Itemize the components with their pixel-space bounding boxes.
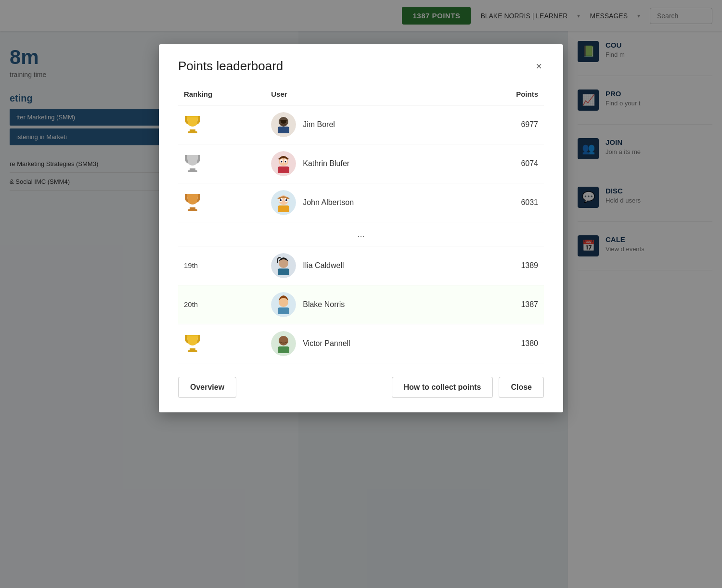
user-name: Blake Norris — [303, 300, 345, 309]
table-row: John Albertson6031 — [178, 183, 544, 222]
svg-point-33 — [279, 336, 288, 345]
user-info: Blake Norris — [271, 292, 465, 317]
svg-rect-10 — [278, 166, 289, 173]
ranking-cell — [178, 144, 265, 183]
svg-rect-26 — [278, 268, 289, 275]
svg-rect-34 — [278, 346, 289, 353]
avatar — [271, 151, 296, 176]
table-header-row: Ranking User Points — [178, 85, 544, 105]
table-row: Kathrin Blufer6074 — [178, 144, 544, 183]
close-button[interactable]: Close — [499, 377, 544, 398]
how-to-collect-points-button[interactable]: How to collect points — [392, 377, 493, 398]
points-value: 6031 — [471, 183, 544, 222]
svg-rect-29 — [278, 307, 289, 314]
table-row: Victor Pannell1380 — [178, 324, 544, 363]
points-value: 1387 — [471, 285, 544, 324]
points-value: 1389 — [471, 246, 544, 285]
points-value: 1380 — [471, 324, 544, 363]
user-name: John Albertson — [303, 198, 354, 207]
trophy-icon — [184, 153, 259, 174]
trophy-icon — [184, 192, 259, 213]
user-name: Victor Pannell — [303, 339, 350, 348]
modal-header: Points leaderboard × — [178, 59, 544, 74]
user-name: Jim Borel — [303, 120, 335, 129]
svg-point-13 — [281, 161, 283, 163]
ellipsis-cell: ... — [178, 222, 544, 246]
ranking-cell: 20th — [178, 285, 265, 324]
ranking-cell: 19th — [178, 246, 265, 285]
svg-rect-1 — [188, 131, 197, 133]
avatar — [271, 292, 296, 317]
footer-right-buttons: How to collect points Close — [392, 377, 544, 398]
modal-footer: Overview How to collect points Close — [178, 377, 544, 398]
user-info: Jim Borel — [271, 112, 465, 137]
modal-title: Points leaderboard — [178, 59, 283, 74]
ranking-number: 19th — [184, 261, 198, 269]
table-row: 20th Blake Norris1387 — [178, 285, 544, 324]
user-cell: Ilia Caldwell — [265, 246, 471, 285]
user-name: Kathrin Blufer — [303, 159, 349, 168]
overview-button[interactable]: Overview — [178, 377, 236, 398]
modal-close-button[interactable]: × — [534, 61, 544, 72]
user-name: Ilia Caldwell — [303, 261, 344, 270]
ranking-cell — [178, 183, 265, 222]
ranking-number: 20th — [184, 300, 198, 308]
user-cell: John Albertson — [265, 183, 471, 222]
col-user: User — [265, 85, 471, 105]
avatar — [271, 190, 296, 215]
user-cell: Victor Pannell — [265, 324, 471, 363]
points-value: 6977 — [471, 105, 544, 144]
leaderboard-table: Ranking User Points Jim Borel6977 — [178, 85, 544, 363]
user-info: John Albertson — [271, 190, 465, 215]
trophy-icon — [184, 333, 259, 354]
avatar — [271, 331, 296, 356]
user-cell: Jim Borel — [265, 105, 471, 144]
trophy-icon — [184, 114, 259, 135]
avatar — [271, 253, 296, 278]
table-row: ... — [178, 222, 544, 246]
points-value: 6074 — [471, 144, 544, 183]
ranking-cell — [178, 324, 265, 363]
user-info: Ilia Caldwell — [271, 253, 465, 278]
svg-point-23 — [285, 199, 287, 201]
user-cell: Kathrin Blufer — [265, 144, 471, 183]
user-info: Victor Pannell — [271, 331, 465, 356]
svg-rect-19 — [278, 205, 289, 212]
user-info: Kathrin Blufer — [271, 151, 465, 176]
col-points: Points — [471, 85, 544, 105]
col-ranking: Ranking — [178, 85, 265, 105]
user-cell: Blake Norris — [265, 285, 471, 324]
avatar — [271, 112, 296, 137]
ranking-cell — [178, 105, 265, 144]
svg-rect-16 — [188, 209, 197, 211]
svg-rect-31 — [188, 350, 197, 352]
svg-point-14 — [285, 161, 286, 163]
svg-rect-7 — [188, 170, 197, 172]
table-row: Jim Borel6977 — [178, 105, 544, 144]
leaderboard-modal: Points leaderboard × Ranking User Points — [159, 44, 563, 412]
svg-rect-5 — [278, 127, 289, 133]
svg-point-22 — [280, 199, 282, 201]
table-row: 19th Ilia Caldwell1389 — [178, 246, 544, 285]
